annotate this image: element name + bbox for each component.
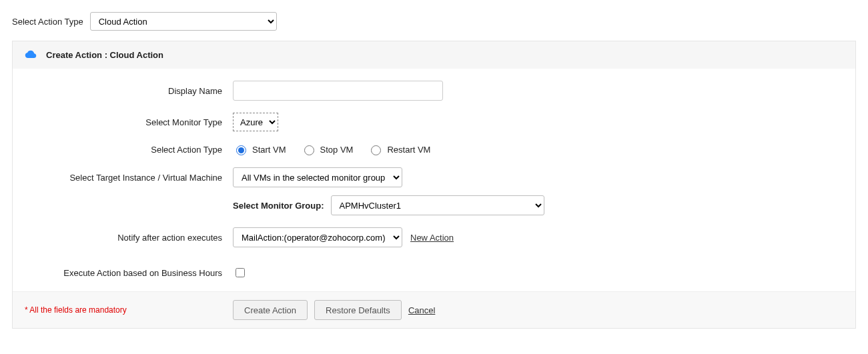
restore-defaults-button[interactable]: Restore Defaults xyxy=(314,300,402,320)
row-action-type: Select Action Type Start VM Stop VM Rest… xyxy=(13,143,855,155)
radio-restart-vm-label: Restart VM xyxy=(387,145,430,155)
target-label: Select Target Instance / Virtual Machine xyxy=(13,173,233,183)
radio-restart-vm-input[interactable] xyxy=(371,145,381,155)
monitor-group-select[interactable]: APMHvCluster1 xyxy=(331,195,544,215)
target-select[interactable]: All VMs in the selected monitor group xyxy=(233,167,402,187)
radio-start-vm[interactable]: Start VM xyxy=(233,143,286,155)
display-name-input[interactable] xyxy=(233,81,443,101)
panel-title: Create Action : Cloud Action xyxy=(46,50,163,60)
business-hours-label: Execute Action based on Business Hours xyxy=(13,268,233,278)
row-business-hours: Execute Action based on Business Hours xyxy=(13,266,855,279)
monitor-group-label: Select Monitor Group: xyxy=(233,201,324,211)
action-type-top-row: Select Action Type Cloud Action xyxy=(12,12,856,31)
cloud-icon xyxy=(25,49,37,61)
business-hours-checkbox[interactable] xyxy=(236,268,245,277)
action-type-top-select[interactable]: Cloud Action xyxy=(90,12,277,31)
row-notify: Notify after action executes MailAction:… xyxy=(13,227,855,247)
row-target: Select Target Instance / Virtual Machine… xyxy=(13,167,855,187)
action-type-top-label: Select Action Type xyxy=(12,17,83,27)
cancel-link[interactable]: Cancel xyxy=(408,305,435,315)
action-type-label: Select Action Type xyxy=(13,145,233,155)
footer: * All the fields are mandatory Create Ac… xyxy=(13,291,855,328)
create-action-button[interactable]: Create Action xyxy=(233,300,308,320)
monitor-type-select[interactable]: Azure xyxy=(233,113,278,131)
radio-start-vm-label: Start VM xyxy=(252,145,286,155)
panel-header: Create Action : Cloud Action xyxy=(13,41,855,69)
notify-label: Notify after action executes xyxy=(13,233,233,243)
new-action-link[interactable]: New Action xyxy=(410,233,454,243)
mandatory-note: * All the fields are mandatory xyxy=(25,305,233,315)
row-display-name: Display Name xyxy=(13,81,855,101)
monitor-type-label: Select Monitor Type xyxy=(13,117,233,127)
create-action-panel: Create Action : Cloud Action Display Nam… xyxy=(12,41,856,329)
display-name-label: Display Name xyxy=(13,86,233,96)
radio-start-vm-input[interactable] xyxy=(236,145,246,155)
radio-restart-vm[interactable]: Restart VM xyxy=(368,143,430,155)
notify-select[interactable]: MailAction:(operator@zohocorp.com) xyxy=(233,227,402,247)
radio-stop-vm[interactable]: Stop VM xyxy=(301,143,354,155)
row-monitor-type: Select Monitor Type Azure xyxy=(13,113,855,131)
row-monitor-group: Select Monitor Group: APMHvCluster1 xyxy=(233,195,855,215)
panel-body: Display Name Select Monitor Type Azure S… xyxy=(13,69,855,291)
radio-stop-vm-input[interactable] xyxy=(304,145,314,155)
radio-stop-vm-label: Stop VM xyxy=(320,145,354,155)
